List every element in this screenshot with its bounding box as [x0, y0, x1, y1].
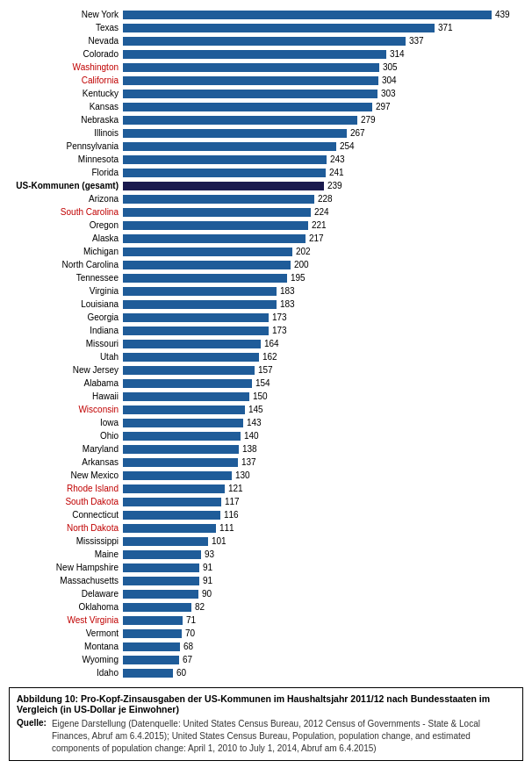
bar-row: Pennsylvania254: [9, 140, 523, 152]
bar-value: 67: [183, 655, 192, 664]
bar-row: Virginia183: [9, 285, 523, 297]
bar-wrapper: 439: [123, 10, 523, 19]
bar-value: 314: [390, 49, 405, 59]
bar-wrapper: 121: [123, 484, 523, 493]
bar-label: Mississippi: [9, 536, 123, 546]
bar-value: 137: [241, 457, 256, 467]
bar-row: Delaware90: [9, 588, 523, 599]
bar-row: North Dakota111: [9, 522, 523, 534]
bar-value: 254: [340, 141, 355, 151]
bar-label: Pennsylvania: [9, 141, 123, 151]
bar-fill: [123, 471, 232, 480]
bar-row: Alabama154: [9, 377, 523, 389]
caption-title: Abbildung 10: Pro-Kopf-Zinsausgaben der …: [17, 693, 515, 714]
bar-row: New Jersey157: [9, 364, 523, 376]
bar-value: 60: [176, 668, 186, 678]
bar-value: 224: [314, 207, 329, 217]
bar-wrapper: 91: [123, 563, 523, 572]
bar-label: Texas: [9, 23, 123, 32]
bar-fill: [123, 445, 239, 454]
bar-fill: [123, 300, 277, 309]
bar-row: South Carolina224: [9, 206, 523, 218]
bar-value: 130: [235, 470, 250, 480]
bar-label: Arizona: [9, 194, 123, 204]
bar-fill: [123, 261, 291, 269]
bar-row: Minnesota243: [9, 154, 523, 165]
bar-label: Colorado: [9, 49, 123, 59]
bar-fill: [123, 616, 183, 625]
bar-row: Iowa143: [9, 417, 523, 428]
bar-label: Wyoming: [9, 655, 123, 664]
bar-fill: [123, 366, 255, 375]
bar-wrapper: 303: [123, 89, 523, 98]
bar-label: New Hampshire: [9, 563, 123, 572]
source-label: Quelle:: [17, 718, 47, 755]
bar-fill: [123, 379, 252, 388]
bar-value: 82: [195, 602, 205, 612]
bar-row: Louisiana183: [9, 298, 523, 310]
bar-label: Idaho: [9, 668, 123, 678]
bar-wrapper: 228: [123, 194, 523, 204]
bar-wrapper: 143: [123, 418, 523, 427]
bar-wrapper: 154: [123, 378, 523, 388]
bar-fill: [123, 142, 336, 151]
bar-wrapper: 157: [123, 365, 523, 375]
bar-value: 164: [264, 339, 279, 348]
bar-value: 297: [376, 102, 391, 111]
bar-label: Maryland: [9, 444, 123, 454]
bar-fill: [123, 313, 269, 322]
bar-wrapper: 224: [123, 207, 523, 217]
bar-value: 239: [327, 181, 342, 190]
bar-row: Utah162: [9, 351, 523, 362]
bar-wrapper: 140: [123, 431, 523, 441]
bar-row: Rhode Island121: [9, 483, 523, 494]
bar-row: Kansas297: [9, 101, 523, 112]
bar-label: Massachusetts: [9, 576, 123, 585]
bar-value: 228: [318, 194, 333, 204]
bar-row: West Virginia71: [9, 614, 523, 626]
caption-box: Abbildung 10: Pro-Kopf-Zinsausgaben der …: [9, 687, 523, 761]
bar-wrapper: 101: [123, 536, 523, 546]
bar-fill: [123, 524, 216, 533]
bar-label: Indiana: [9, 326, 123, 335]
bar-fill: [123, 603, 191, 612]
bar-label: Kentucky: [9, 89, 123, 98]
bar-wrapper: 90: [123, 589, 523, 599]
bar-wrapper: 137: [123, 457, 523, 467]
bar-wrapper: 68: [123, 642, 523, 651]
bar-wrapper: 297: [123, 102, 523, 111]
bar-label: Iowa: [9, 418, 123, 427]
bar-fill: [123, 76, 378, 85]
bar-wrapper: 111: [123, 523, 523, 533]
bar-row: Vermont70: [9, 628, 523, 639]
bar-fill: [123, 458, 238, 467]
bar-fill: [123, 221, 308, 230]
bar-label: Alaska: [9, 233, 123, 243]
bar-fill: [123, 577, 199, 585]
bar-fill: [123, 537, 208, 546]
bar-wrapper: 202: [123, 247, 523, 256]
bar-label: South Dakota: [9, 497, 123, 506]
bar-wrapper: 254: [123, 141, 523, 151]
bar-fill: [123, 327, 269, 335]
bar-wrapper: 304: [123, 75, 523, 85]
bar-fill: [123, 234, 306, 243]
bar-label: Utah: [9, 352, 123, 362]
bar-label: Alabama: [9, 378, 123, 388]
bar-row: Montana68: [9, 641, 523, 652]
bar-label: Wisconsin: [9, 405, 123, 414]
bar-row: Nebraska279: [9, 114, 523, 126]
bar-row: Nevada337: [9, 35, 523, 47]
bar-value: 195: [291, 273, 306, 283]
bar-fill: [123, 432, 241, 441]
bar-value: 279: [361, 115, 376, 125]
bar-row: Arkansas137: [9, 456, 523, 468]
bar-fill: [123, 340, 261, 348]
bar-fill: [123, 274, 287, 283]
bar-label: Louisiana: [9, 299, 123, 309]
bar-row: New York439: [9, 9, 523, 20]
bar-wrapper: 267: [123, 128, 523, 138]
caption-source: Quelle: Eigene Darstellung (Datenquelle:…: [17, 718, 515, 755]
bar-fill: [123, 287, 277, 296]
bar-value: 162: [262, 352, 277, 362]
